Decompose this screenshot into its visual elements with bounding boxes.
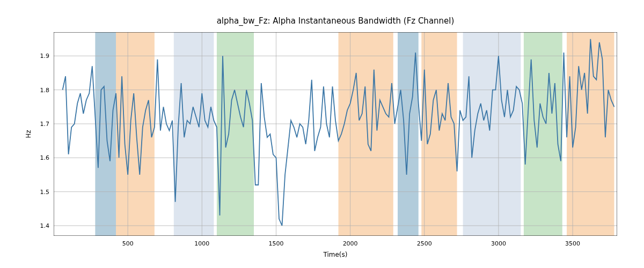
x-tick-label: 500 xyxy=(122,240,134,247)
band-region xyxy=(339,32,393,236)
band-region xyxy=(95,32,116,236)
band-region xyxy=(398,32,419,236)
x-tick-label: 3500 xyxy=(565,240,580,247)
x-tick-label: 2000 xyxy=(343,240,358,247)
band-region xyxy=(174,32,214,236)
x-tick-label: 3000 xyxy=(491,240,506,247)
band-region xyxy=(463,32,521,236)
band-region xyxy=(116,32,155,236)
y-tick-label: 1.8 xyxy=(40,86,50,93)
y-tick-label: 1.6 xyxy=(40,154,50,161)
chart-title: alpha_bw_Fz: Alpha Instantaneous Bandwid… xyxy=(54,16,617,26)
y-axis-label: Hz xyxy=(25,130,32,138)
chart-plot-area xyxy=(54,32,617,236)
band-region xyxy=(524,32,562,236)
y-tick-label: 1.5 xyxy=(40,188,50,195)
band-region xyxy=(567,32,614,236)
x-axis-label: Time(s) xyxy=(54,251,617,258)
x-tick-label: 2500 xyxy=(417,240,432,247)
y-tick-label: 1.9 xyxy=(40,53,50,59)
chart-svg xyxy=(54,32,617,236)
x-tick-label: 1000 xyxy=(194,240,209,247)
x-tick-label: 1500 xyxy=(268,240,283,247)
y-tick-label: 1.7 xyxy=(40,121,50,128)
y-tick-label: 1.4 xyxy=(40,222,50,229)
